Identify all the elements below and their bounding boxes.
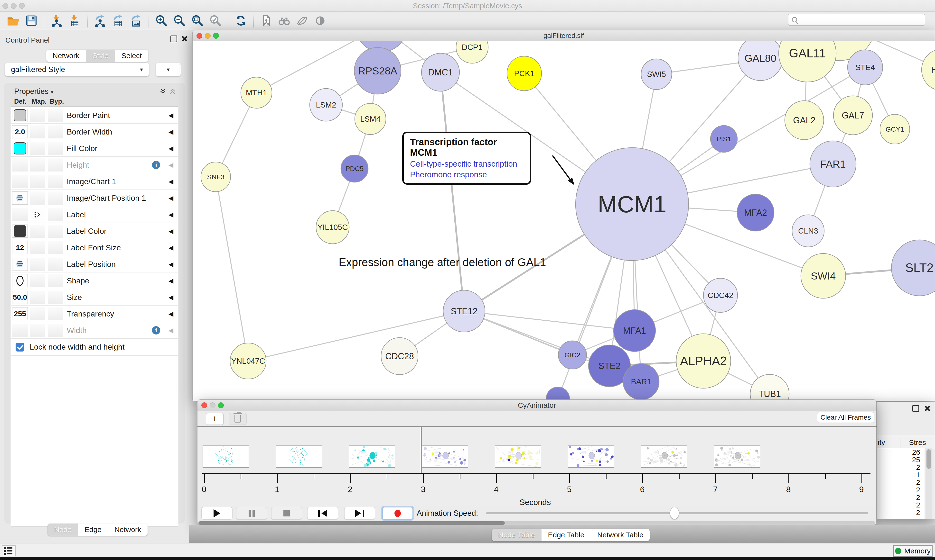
empty-cell[interactable]	[48, 191, 63, 205]
open-session-icon[interactable]	[6, 13, 21, 28]
expand-row-icon[interactable]: ◀	[168, 322, 173, 338]
column-header-centrality[interactable]: ity	[878, 438, 885, 447]
column-header-stress[interactable]: Stres	[909, 438, 926, 447]
annotation-link-2[interactable]: Pheromone response	[410, 170, 523, 179]
properties-header[interactable]: Properties ▾	[14, 87, 54, 96]
animation-speed-slider[interactable]	[486, 512, 868, 514]
value-cell[interactable]: 2.0	[12, 125, 28, 138]
clear-all-frames-button[interactable]: Clear All Frames	[817, 412, 874, 423]
checkbox-checked-icon[interactable]	[15, 343, 24, 352]
panel-list-button[interactable]	[2, 545, 15, 556]
expand-row-icon[interactable]: ◀	[168, 190, 173, 206]
frame-thumbnail-3[interactable]	[422, 445, 468, 467]
expand-row-icon[interactable]: ◀	[168, 289, 173, 306]
edge[interactable]	[248, 311, 464, 361]
empty-cell[interactable]	[48, 208, 63, 221]
close-panel-icon[interactable]	[924, 405, 931, 412]
empty-cell[interactable]	[48, 241, 63, 254]
import-network-icon[interactable]	[49, 13, 64, 28]
expand-row-icon[interactable]: ◀	[168, 256, 173, 272]
record-button[interactable]	[382, 507, 413, 520]
frame-thumbnail-0[interactable]	[202, 445, 249, 467]
annotation-box[interactable]: Transcription factor MCM1 Cell-type-spec…	[402, 132, 531, 185]
position-icon[interactable]	[12, 258, 28, 271]
table-cell[interactable]: 2	[877, 486, 924, 494]
panel-tab-node[interactable]: Node	[48, 523, 78, 536]
frame-thumbnail-4[interactable]	[495, 445, 541, 467]
minimize-window-icon[interactable]	[210, 402, 216, 408]
empty-cell[interactable]	[12, 158, 28, 171]
frame-thumbnail-1[interactable]	[276, 445, 322, 467]
property-row[interactable]: Shape◀	[11, 272, 178, 289]
minimize-window-icon[interactable]	[11, 3, 17, 9]
zoom-out-icon[interactable]	[172, 13, 187, 28]
property-row[interactable]: Border Paint◀	[11, 107, 178, 123]
delete-frame-button[interactable]	[228, 413, 247, 425]
search-input[interactable]	[800, 16, 917, 24]
table-scrollbar[interactable]	[926, 448, 932, 519]
empty-cell[interactable]	[30, 225, 45, 238]
table-values[interactable]: 26252122222	[877, 448, 924, 519]
empty-cell[interactable]	[30, 191, 45, 205]
empty-cell[interactable]	[30, 324, 45, 337]
discrete-mapping-icon[interactable]	[30, 208, 45, 221]
value-cell[interactable]: 50.0	[12, 291, 28, 304]
contrast-circle-icon[interactable]	[313, 13, 328, 28]
empty-cell[interactable]	[30, 291, 45, 304]
table-cell[interactable]: 2	[877, 501, 924, 509]
empty-cell[interactable]	[12, 324, 28, 337]
frame-thumbnail-5[interactable]	[568, 445, 614, 467]
node-cut[interactable]	[546, 387, 569, 401]
property-row[interactable]: Image/Chart Position 1◀	[11, 190, 178, 206]
property-row[interactable]: 50.0Size◀	[11, 289, 178, 306]
export-image-icon[interactable]	[128, 13, 143, 28]
empty-cell[interactable]	[48, 142, 63, 155]
float-panel-icon[interactable]	[912, 405, 919, 412]
empty-cell[interactable]	[30, 142, 45, 155]
table-tab-node-table[interactable]: Node Table	[492, 529, 542, 541]
maximize-window-icon[interactable]	[213, 33, 219, 39]
table-cell[interactable]: 2	[877, 463, 924, 471]
position-icon[interactable]	[12, 191, 28, 205]
empty-cell[interactable]	[48, 274, 63, 287]
maximize-window-icon[interactable]	[19, 3, 25, 9]
float-panel-icon[interactable]	[170, 35, 177, 42]
playhead[interactable]	[421, 427, 421, 474]
empty-cell[interactable]	[48, 258, 63, 271]
network-canvas[interactable]: DCP1RPS28ADMC1PCK1SWI5GAL80GAL11STE4HAP2…	[193, 41, 935, 401]
tab-network[interactable]: Network	[46, 50, 86, 62]
network-window-titlebar[interactable]: galFiltered.sif	[193, 31, 935, 41]
play-button[interactable]	[201, 507, 233, 520]
search-binoculars-icon[interactable]	[276, 13, 292, 28]
table-tab-network-table[interactable]: Network Table	[591, 529, 650, 541]
expand-row-icon[interactable]: ◀	[168, 223, 173, 239]
pause-button[interactable]	[236, 507, 267, 520]
save-session-icon[interactable]	[24, 13, 39, 28]
property-row[interactable]: Image/Chart 1◀	[11, 173, 178, 190]
property-row[interactable]: 2.0Border Width◀	[11, 123, 178, 140]
ellipse-icon[interactable]	[12, 274, 28, 287]
property-row[interactable]: Label Position◀	[11, 256, 178, 272]
collapse-all-icon[interactable]	[169, 88, 176, 96]
empty-cell[interactable]	[30, 125, 45, 138]
style-selector[interactable]: galFiltered Style ▾	[5, 63, 149, 76]
timeline-scrollbar[interactable]	[199, 521, 875, 525]
property-row[interactable]: Fill Color◀	[11, 140, 178, 157]
cyanimator-titlebar[interactable]: CyAnimator	[197, 400, 876, 411]
network-document-icon[interactable]	[259, 13, 274, 28]
edge[interactable]	[440, 72, 464, 311]
skip-to-end-button[interactable]	[344, 507, 375, 520]
hide-items-icon[interactable]	[295, 13, 310, 28]
export-table-icon[interactable]	[111, 13, 126, 28]
value-cell[interactable]: 255	[12, 307, 28, 320]
table-cell[interactable]: 2	[877, 509, 924, 516]
lock-node-size-row[interactable]: Lock node width and height	[11, 338, 178, 355]
expand-row-icon[interactable]: ◀	[168, 239, 173, 256]
import-table-icon[interactable]	[67, 13, 82, 28]
frame-thumbnail-6[interactable]	[641, 445, 687, 467]
close-window-icon[interactable]	[201, 402, 207, 408]
empty-cell[interactable]	[48, 225, 63, 238]
expand-row-icon[interactable]: ◀	[168, 140, 173, 157]
style-options-button[interactable]: ▾	[156, 63, 181, 76]
panel-tab-edge[interactable]: Edge	[78, 523, 108, 536]
